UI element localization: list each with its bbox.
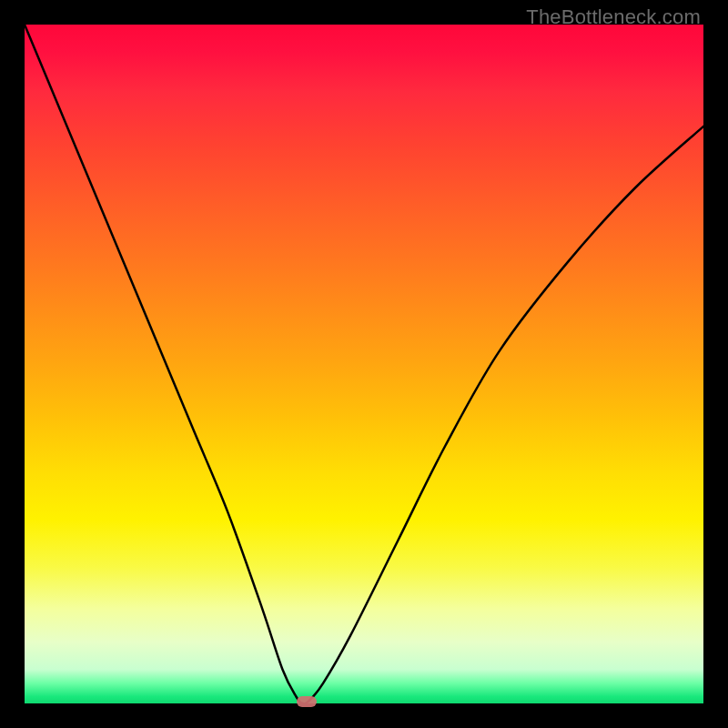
plot-area <box>25 25 703 703</box>
bottleneck-curve <box>25 25 703 703</box>
curve-path <box>25 25 703 703</box>
chart-frame: TheBottleneck.com <box>0 0 728 728</box>
minimum-marker <box>297 696 317 707</box>
